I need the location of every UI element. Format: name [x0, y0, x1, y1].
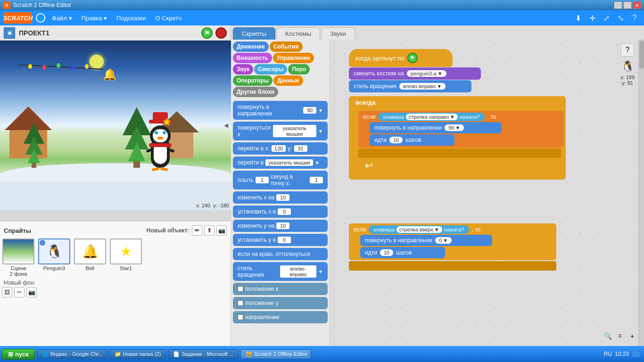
block-ypos-reporter[interactable]: положение у — [233, 297, 328, 309]
minimize-button[interactable]: _ — [614, 1, 622, 9]
menu-edit[interactable]: Правка ▾ — [79, 13, 110, 24]
category-more[interactable]: Другие блоки — [233, 87, 278, 97]
block-xpos-reporter[interactable]: положение х — [233, 283, 328, 295]
key-press-sensing-1[interactable]: клавиша стрелка направо ▼ нажата? — [378, 113, 484, 121]
steps-input-1[interactable]: 10 — [389, 137, 403, 143]
zoom-reset-button[interactable]: = — [615, 331, 625, 341]
if-block-1[interactable]: если клавиша стрелка направо ▼ нажата? ,… — [358, 111, 564, 148]
sprite-name-bell: Bell — [86, 265, 94, 271]
block-point-towards[interactable]: повернуться к указатель мышки▼ — [233, 122, 328, 140]
camera-backdrop-button[interactable]: 📷 — [26, 287, 37, 297]
menu-file[interactable]: Файл ▾ — [49, 13, 75, 24]
category-control[interactable]: Управление — [273, 53, 314, 63]
paint-backdrop-button[interactable]: 🖼 — [2, 287, 12, 297]
upload-sprite-button[interactable]: ⬆ — [204, 225, 215, 236]
expand-button[interactable]: ⤢ — [601, 12, 612, 24]
tab-costumes[interactable]: Костюмы — [276, 27, 320, 40]
stage-area: ▣ ПРОЕКТ1 ⚑ — [0, 25, 231, 346]
taskbar-item-folder[interactable]: 📁 Новая папка (2) — [109, 349, 166, 359]
direction-dropdown-2[interactable]: 0 ▼ — [435, 237, 452, 244]
key-dropdown-1[interactable]: стрелка направо ▼ — [406, 114, 458, 120]
category-pen[interactable]: Перо — [288, 64, 310, 74]
coord-display: х: 240 у: -180 — [196, 203, 229, 208]
tab-scripts[interactable]: Скрипты — [233, 27, 275, 40]
category-data[interactable]: Данные — [273, 75, 303, 86]
block-turn-direction[interactable]: повернуть в направлении 90 ▼ — [233, 101, 328, 120]
point-direction-block-1[interactable]: повернуть в направлении 90 ▼ — [370, 122, 502, 133]
sprite-thumb-penguin3: i 🐧 — [38, 239, 70, 264]
stop-button[interactable] — [215, 27, 227, 39]
block-set-y[interactable]: установить у в 0 — [233, 234, 328, 246]
sprite-item-star1[interactable]: ★ Star1 — [109, 239, 142, 277]
costume-dropdown[interactable]: penguin3-a ▼ — [407, 70, 446, 77]
key-dropdown-2[interactable]: стрелка вверх ▼ — [396, 226, 442, 233]
help-icon-panel[interactable]: ? — [621, 43, 634, 57]
sprites-list: Сцена2 фона i 🐧 Penguin3 🔔 Bell — [2, 239, 229, 277]
sprite-item-scene[interactable]: Сцена2 фона — [2, 239, 35, 277]
sprite-item-penguin3[interactable]: i 🐧 Penguin3 — [38, 239, 71, 277]
key-press-sensing-2[interactable]: клавиша стрелка вверх ▼ нажата? — [369, 225, 469, 234]
rotation-dropdown[interactable]: влево-вправо ▼ — [399, 83, 446, 90]
if-block-2[interactable]: если клавиша стрелка вверх ▼ нажата? , т… — [349, 223, 556, 260]
category-looks[interactable]: Внешность — [233, 53, 272, 63]
direction-checkbox[interactable] — [238, 314, 243, 320]
move-steps-block-1[interactable]: идти 10 шагов — [370, 134, 454, 146]
language-button[interactable]: 🌐 — [36, 13, 45, 23]
block-glide[interactable]: плыть 1 секунд в точку х: 1 — [233, 171, 328, 189]
tab-sounds[interactable]: Звуки — [321, 27, 355, 40]
app-icon: S — [3, 1, 10, 9]
taskbar-item-chrome[interactable]: 🌐 Яндекс - Google Chr... — [37, 349, 107, 359]
green-flag-icon: ⚑ — [407, 53, 418, 63]
camera-sprite-button[interactable]: 📷 — [216, 225, 227, 236]
taskbar-item-word[interactable]: 📄 Задание - Microsoft ... — [168, 349, 239, 359]
category-events[interactable]: События — [270, 41, 303, 52]
block-change-y[interactable]: изменить у на 10 — [233, 220, 328, 232]
script-scrollbar-thumb[interactable] — [639, 41, 644, 69]
folder-icon: 📁 — [115, 351, 121, 357]
menu-about[interactable]: О Скретч — [152, 13, 184, 24]
category-sound[interactable]: Звук — [233, 64, 253, 74]
category-operators[interactable]: Операторы — [233, 75, 272, 86]
ypos-checkbox[interactable] — [238, 300, 243, 306]
block-direction-reporter[interactable]: направление — [233, 311, 328, 323]
shrink-button[interactable]: ⤡ — [615, 12, 626, 24]
menu-hints[interactable]: Подсказки — [114, 13, 149, 24]
set-rotation-block[interactable]: стиль вращения влево-вправо ▼ — [349, 80, 471, 92]
editor-content: Движение События Внешность Управление Зв… — [231, 40, 644, 346]
start-button[interactable]: ⊞ пуск — [2, 349, 35, 360]
script-editor[interactable]: когда щелкнут по ⚑ сменить костюм на pen… — [330, 40, 644, 346]
block-go-to-xy[interactable]: перейти в х: 120 у: 31 — [233, 142, 328, 155]
block-bounce[interactable]: если на краю, оттолкнуться — [233, 248, 328, 260]
block-change-x[interactable]: изменить х на 10 — [233, 191, 328, 204]
steps-input-2[interactable]: 10 — [380, 249, 393, 256]
taskbar-item-scratch[interactable]: 🐱 Scratch 2 Offline Editor — [240, 349, 311, 359]
zoom-in-button[interactable]: + — [627, 331, 637, 341]
xpos-checkbox[interactable] — [238, 286, 243, 292]
edit-backdrop-button[interactable]: ✏ — [14, 287, 25, 297]
block-set-x[interactable]: установить х в 0 — [233, 206, 328, 218]
paint-sprite-button[interactable]: ✏ — [192, 225, 202, 236]
script-scrollbar[interactable] — [638, 40, 644, 346]
stage-header: ▣ ПРОЕКТ1 ⚑ — [0, 25, 231, 41]
move-steps-block-2[interactable]: идти 10 шагов — [360, 247, 445, 258]
sprite-item-bell[interactable]: 🔔 Bell — [74, 239, 107, 277]
hat-block-green-flag[interactable]: когда щелкнут по ⚑ — [349, 49, 453, 67]
maximize-button[interactable]: □ — [623, 1, 632, 9]
direction-dropdown-1[interactable]: 90 ▼ — [445, 124, 464, 131]
block-rotation-style[interactable]: стиль вращения влево-вправо▼ — [233, 262, 328, 281]
download-button[interactable]: ⬇ — [572, 12, 584, 24]
category-sensing[interactable]: Сенсоры — [254, 64, 287, 74]
category-motion[interactable]: Движение — [233, 41, 269, 52]
forever-block-header[interactable]: всегда — [349, 96, 566, 109]
help-button[interactable]: ? — [629, 12, 640, 24]
sprite-thumb-scene — [2, 239, 34, 264]
set-costume-block[interactable]: сменить костюм на penguin3-a ▼ — [349, 67, 481, 80]
green-flag-button[interactable]: ⚑ — [201, 27, 213, 39]
point-direction-block-2[interactable]: повернуть в направлении 0 ▼ — [360, 235, 492, 246]
zoom-out-button[interactable]: 🔍 — [603, 331, 613, 341]
block-go-to[interactable]: перейти в указатель мышки▼ — [233, 156, 328, 169]
connector-bar-2 — [349, 261, 556, 271]
fullscreen-button[interactable]: ✛ — [586, 12, 598, 24]
backdrop-tools: 🖼 ✏ 📷 — [2, 287, 229, 297]
close-button[interactable]: ✕ — [633, 1, 641, 9]
